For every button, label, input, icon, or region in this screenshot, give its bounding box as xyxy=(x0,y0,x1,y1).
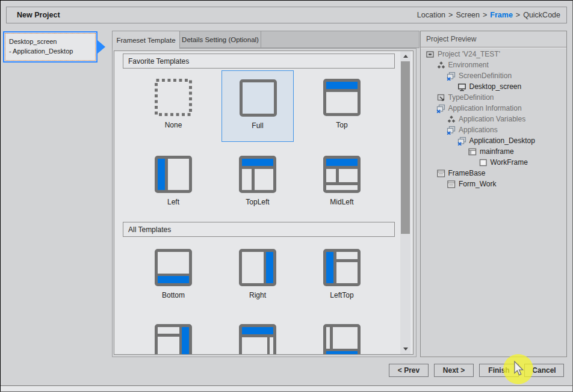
template-right[interactable]: Right xyxy=(221,240,294,312)
template-topright[interactable] xyxy=(221,316,294,355)
template-righttop[interactable] xyxy=(137,316,209,355)
selected-screen-line2: - Application_Desktop xyxy=(9,46,95,56)
template-left-icon xyxy=(155,156,192,193)
template-label: MidLeft xyxy=(306,198,378,206)
template-none[interactable]: None xyxy=(137,70,209,142)
template-bottomleft[interactable] xyxy=(306,316,378,355)
tree-item-application-variables[interactable]: Application Variables xyxy=(421,114,566,124)
template-label: Bottom xyxy=(137,291,209,299)
template-midleft-icon xyxy=(323,156,361,193)
template-left[interactable]: Left xyxy=(137,147,209,219)
project-icon xyxy=(426,50,435,59)
frame-grid-icon xyxy=(468,147,477,156)
tree-item-mainframe[interactable]: mainframe xyxy=(421,146,566,157)
new-project-dialog: New Project Location>Screen>Frame>QuickC… xyxy=(0,0,573,392)
template-lefttop[interactable]: LeftTop xyxy=(306,240,378,312)
tree-item-desktop-screen[interactable]: Desktop_screen xyxy=(421,81,566,92)
template-label: None xyxy=(137,121,209,129)
template-top[interactable]: Top xyxy=(306,70,378,142)
template-bottom[interactable]: Bottom xyxy=(137,240,209,312)
template-label: Full xyxy=(222,121,293,130)
section-all-templates: All Templates xyxy=(123,222,395,237)
breadcrumb: Location>Screen>Frame>QuickCode xyxy=(417,11,560,19)
template-topleft[interactable]: TopLeft xyxy=(221,147,294,219)
tree-item-label: Applications xyxy=(459,126,498,134)
frame-icon xyxy=(479,158,488,167)
scroll-down-button[interactable] xyxy=(400,344,410,354)
window-bottom-strip xyxy=(1,385,572,391)
tree-item-label: Form_Work xyxy=(459,180,496,188)
scroll-down-icon xyxy=(403,348,408,351)
template-midleft[interactable]: MidLeft xyxy=(306,147,378,219)
form-icon xyxy=(436,169,445,178)
template-topright-icon xyxy=(239,324,276,355)
tree-item-label: Desktop_screen xyxy=(469,82,522,91)
template-label: Left xyxy=(137,198,209,206)
tree-item-application-desktop[interactable]: Application_Desktop xyxy=(421,135,566,146)
next-button[interactable]: Next > xyxy=(434,364,474,377)
form-icon xyxy=(447,180,456,189)
template-right-icon xyxy=(239,249,276,286)
template-bottom-icon xyxy=(155,249,192,286)
tree-item-label: FrameBase xyxy=(448,169,486,177)
tree-item-screendefinition[interactable]: ScreenDefinition xyxy=(421,70,566,81)
win-x-icon xyxy=(447,72,456,81)
templates-scroll-area: Favorite TemplatesNoneFullTopLeftTopLeft… xyxy=(114,51,413,355)
template-full[interactable]: Full xyxy=(221,70,294,142)
breadcrumb-item-screen[interactable]: Screen xyxy=(456,11,480,19)
dialog-title: New Project xyxy=(17,11,60,19)
template-topleft-icon xyxy=(239,156,276,193)
tree-item-label: Environment xyxy=(448,61,489,69)
tree-item-label: Application Variables xyxy=(459,115,525,123)
project-preview-title: Project Preview xyxy=(421,31,566,47)
scroll-up-icon xyxy=(403,55,408,58)
breadcrumb-item-quickcode[interactable]: QuickCode xyxy=(523,11,560,19)
win-x-icon xyxy=(457,136,466,145)
template-label: Right xyxy=(221,291,294,299)
breadcrumb-item-location[interactable]: Location xyxy=(417,11,445,19)
tree-item-application-information[interactable]: Application Information xyxy=(421,103,566,114)
selected-screen-card[interactable]: Desktop_screen - Application_Desktop xyxy=(3,31,98,63)
template-label: LeftTop xyxy=(306,291,378,299)
template-none-icon xyxy=(155,79,192,116)
tree-item-environment[interactable]: Environment xyxy=(421,60,566,70)
typedef-icon xyxy=(436,93,445,102)
selection-arrow-icon xyxy=(98,40,105,54)
mouse-cursor xyxy=(513,360,525,378)
section-favorite-templates: Favorite Templates xyxy=(123,54,395,69)
tab-frameset-template[interactable]: Frameset Template xyxy=(112,31,180,49)
scrollbar-thumb[interactable] xyxy=(401,61,410,234)
monitor-icon xyxy=(457,82,466,91)
tree-item-label: Application Information xyxy=(448,104,522,112)
tree-item-label: WorkFrame xyxy=(491,158,528,167)
tree-item-framebase[interactable]: FrameBase xyxy=(421,168,566,179)
breadcrumb-separator: > xyxy=(448,11,453,19)
tree-item-label: TypeDefinition xyxy=(448,93,494,102)
scroll-up-button[interactable] xyxy=(400,51,410,61)
tree-item-label: ScreenDefinition xyxy=(459,72,512,80)
breadcrumb-item-frame[interactable]: Frame xyxy=(490,11,513,19)
scrollbar[interactable] xyxy=(400,51,410,354)
tab-details-setting-optional[interactable]: Details Setting (Optional) xyxy=(179,31,261,48)
breadcrumb-separator: > xyxy=(516,11,520,19)
selected-screen-card-label: Desktop_screen - Application_Desktop xyxy=(5,33,96,61)
variables-icon xyxy=(447,115,456,124)
tree-item-label: Project 'V24_TEST' xyxy=(438,50,500,58)
prev-button[interactable]: < Prev xyxy=(389,364,429,377)
dialog-header: New Project Location>Screen>Frame>QuickC… xyxy=(6,7,567,23)
breadcrumb-separator: > xyxy=(483,11,487,19)
win-x-icon xyxy=(447,126,456,135)
tree-item-applications[interactable]: Applications xyxy=(421,124,566,135)
template-lefttop-icon xyxy=(323,249,361,286)
tree-item-form-work[interactable]: Form_Work xyxy=(421,179,566,189)
template-full-icon xyxy=(240,79,277,117)
project-preview-panel: Project Preview Project 'V24_TEST'Enviro… xyxy=(420,31,567,357)
tree-item-project-v24-test[interactable]: Project 'V24_TEST' xyxy=(421,49,566,60)
selected-screen-line1: Desktop_screen xyxy=(9,37,95,46)
tab-strip-filler xyxy=(261,31,420,48)
tree-item-typedefinition[interactable]: TypeDefinition xyxy=(421,92,566,103)
template-label: TopLeft xyxy=(221,198,294,206)
template-top-icon xyxy=(323,79,361,116)
tree-item-label: Application_Desktop xyxy=(469,136,535,145)
tree-item-workframe[interactable]: WorkFrame xyxy=(421,157,566,168)
